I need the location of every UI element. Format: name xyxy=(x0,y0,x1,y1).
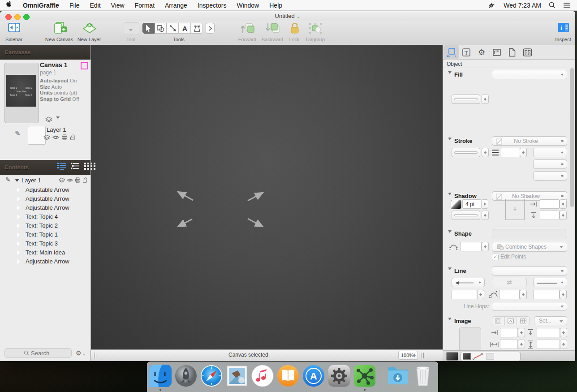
notification-center-icon[interactable] xyxy=(563,2,571,8)
stroke-pattern-dropdown[interactable] xyxy=(533,148,567,157)
menu-inspectors[interactable]: Inspectors xyxy=(198,2,227,9)
shadow-offset-x-stepper[interactable] xyxy=(560,199,567,209)
image-set-dropdown[interactable]: Set... xyxy=(534,316,567,325)
list-item[interactable]: Text: Topic 2 xyxy=(0,221,90,230)
disclosure-down-icon[interactable] xyxy=(15,179,19,184)
disclosure-right-icon[interactable] xyxy=(17,197,22,201)
image-height-input[interactable] xyxy=(537,340,560,349)
dock-appstore-icon[interactable]: A xyxy=(302,364,325,388)
dock-launchpad-icon[interactable] xyxy=(174,364,198,388)
shadow-color-well[interactable] xyxy=(452,211,480,220)
dock-downloads-icon[interactable] xyxy=(386,364,409,388)
shadow-position-picker[interactable]: + xyxy=(505,199,525,220)
image-well[interactable] xyxy=(459,327,481,352)
list-item[interactable]: Adjustable Arrow xyxy=(0,185,90,194)
tab-stencils[interactable] xyxy=(520,45,535,60)
menu-extra-bird-icon[interactable] xyxy=(488,2,496,9)
inspect-button[interactable]: i xyxy=(558,23,569,34)
shadow-blur-input[interactable]: 4 pt xyxy=(462,199,481,209)
list-view-icon[interactable] xyxy=(57,162,67,170)
dock-mail-icon[interactable] xyxy=(225,364,249,388)
fill-stepper[interactable] xyxy=(482,95,489,104)
shadow-preview-swatch[interactable] xyxy=(451,200,461,209)
shadow-section-title[interactable]: Shadow xyxy=(448,193,477,199)
disclosure-right-icon[interactable] xyxy=(17,250,22,255)
forward-button[interactable] xyxy=(240,22,254,36)
menu-view[interactable]: View xyxy=(111,2,125,9)
stroke-width-input[interactable] xyxy=(501,148,520,157)
dock-system-preferences-icon[interactable] xyxy=(327,364,351,388)
menu-format[interactable]: Format xyxy=(135,2,155,9)
close-button[interactable] xyxy=(5,14,12,20)
tab-properties-inspector[interactable]: ⚙ xyxy=(474,45,489,60)
connector-arrows[interactable] xyxy=(91,45,443,349)
layer-lock-icon[interactable] xyxy=(70,134,76,140)
tool-dropdown[interactable] xyxy=(124,22,139,35)
contents-layer-row[interactable]: ✎ Layer 1 xyxy=(0,176,90,185)
line-curvature-stepper[interactable] xyxy=(520,290,527,299)
selection-tool-button[interactable] xyxy=(142,23,155,34)
outline-view-icon[interactable] xyxy=(71,162,80,170)
zoom-down-icon[interactable] xyxy=(413,355,416,358)
shadow-color-stepper[interactable] xyxy=(482,211,489,220)
menu-window[interactable]: Window xyxy=(237,2,259,9)
window-title[interactable]: Untitled ⌄ xyxy=(275,13,301,19)
image-offset-y-stepper[interactable] xyxy=(560,328,567,337)
shadow-offset-x-input[interactable] xyxy=(540,199,560,209)
stroke-color-stepper[interactable] xyxy=(482,148,489,157)
stroke-color-well[interactable] xyxy=(452,148,480,157)
style-tray[interactable] xyxy=(461,352,521,361)
zoom-up-icon[interactable] xyxy=(413,352,416,355)
image-offset-x-input[interactable] xyxy=(500,328,518,337)
image-section-title[interactable]: Image xyxy=(448,318,471,324)
line-hops-dropdown[interactable] xyxy=(492,302,567,311)
canvas-name[interactable]: Canvas 1 xyxy=(40,61,67,69)
menu-edit[interactable]: Edit xyxy=(90,2,100,9)
image-fit-button[interactable] xyxy=(492,317,505,325)
edit-pencil-icon[interactable]: ✎ xyxy=(5,176,11,183)
pen-tool-button[interactable] xyxy=(191,23,203,34)
shadow-blur-stepper[interactable] xyxy=(481,199,488,209)
list-item[interactable]: Adjustable Arrow xyxy=(0,194,90,203)
shape-section-title[interactable]: Shape xyxy=(448,230,472,237)
shadow-offset-y-stepper[interactable] xyxy=(560,211,567,220)
corner-radius-input[interactable] xyxy=(460,242,482,251)
line-curvature-input[interactable] xyxy=(499,290,520,299)
shape-field[interactable] xyxy=(492,229,567,238)
sidebar-toggle-button[interactable] xyxy=(8,23,20,34)
ungroup-button[interactable] xyxy=(309,22,322,36)
lock-button[interactable] xyxy=(289,22,300,36)
zoom-control[interactable]: 100% xyxy=(398,351,418,360)
line-radius-input[interactable] xyxy=(533,290,560,299)
list-item[interactable]: Text: Main Idea xyxy=(0,248,90,257)
tab-document-inspector[interactable] xyxy=(504,45,520,60)
line-size-stepper[interactable] xyxy=(477,290,484,299)
tab-text-inspector[interactable]: T xyxy=(459,45,474,60)
menu-clock[interactable]: Wed 7:23 AM xyxy=(504,2,541,9)
edit-layer-pencil-icon[interactable]: ✎ xyxy=(15,129,21,138)
disclosure-right-icon[interactable] xyxy=(17,188,22,192)
menu-omnigraffle[interactable]: OmniGraffle xyxy=(23,2,59,9)
image-height-stepper[interactable] xyxy=(560,340,567,349)
image-tile-button[interactable] xyxy=(517,317,529,325)
line-tool-button[interactable] xyxy=(167,23,179,34)
action-menu-button[interactable]: ⚙ ⌄ xyxy=(76,349,86,357)
dock-ibooks-icon[interactable] xyxy=(276,364,300,388)
image-width-stepper[interactable] xyxy=(518,340,525,349)
layer-visibility-eye-icon[interactable] xyxy=(52,134,59,140)
line-size-input[interactable] xyxy=(452,290,477,299)
current-fill-swatch[interactable] xyxy=(446,352,458,361)
list-item[interactable]: Adjustable Arrow xyxy=(0,257,90,266)
image-offset-y-input[interactable] xyxy=(537,328,560,337)
spotlight-search-icon[interactable] xyxy=(549,2,555,9)
fill-section-title[interactable]: Fill xyxy=(448,71,463,78)
style-shadow-chip[interactable] xyxy=(486,353,494,360)
line-style-dropdown[interactable] xyxy=(492,266,567,276)
inspector-resize-handle[interactable] xyxy=(422,353,425,358)
disclosure-right-icon[interactable] xyxy=(17,206,22,210)
disclosure-right-icon[interactable] xyxy=(17,241,22,246)
apple-menu[interactable] xyxy=(6,1,13,9)
style-stroke-chip[interactable] xyxy=(472,352,484,361)
sidebar-resize-handle[interactable] xyxy=(93,353,96,358)
dock-finder-icon[interactable] xyxy=(149,364,172,388)
